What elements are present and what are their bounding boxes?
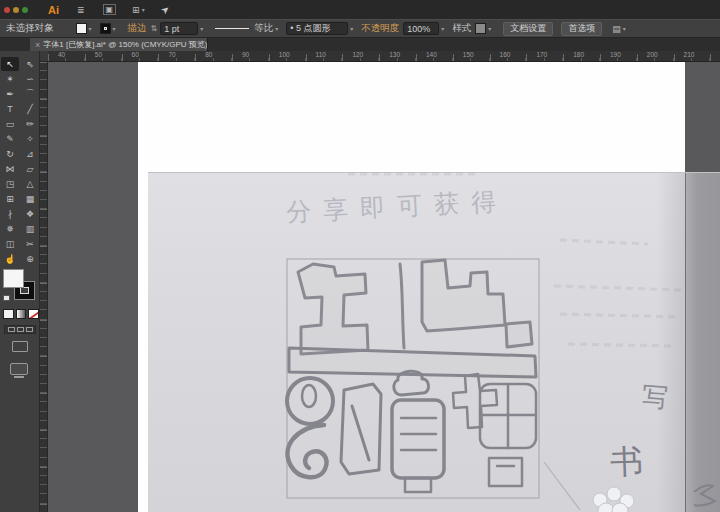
panel-menu-icon[interactable]: ▤ — [612, 24, 621, 34]
paintbrush-tool-icon: ✏ — [26, 119, 34, 129]
column-graph-tool[interactable]: ▥ — [21, 222, 39, 236]
shape-builder-tool-icon: ◳ — [6, 179, 15, 189]
eyedropper-tool[interactable]: ∤ — [1, 207, 19, 221]
line-segment-tool[interactable]: ╱ — [21, 102, 39, 116]
vertical-ruler[interactable] — [40, 62, 48, 512]
ruler-number: 100 — [279, 51, 290, 58]
chevron-down-icon[interactable]: ▾ — [350, 25, 353, 32]
minimize-window-button[interactable] — [13, 7, 19, 13]
eyedropper-tool-icon: ∤ — [8, 209, 13, 219]
fill-stroke-indicator[interactable] — [3, 269, 37, 303]
none-button[interactable] — [28, 309, 39, 319]
close-window-button[interactable] — [4, 7, 10, 13]
brush-definition-combo[interactable]: • 5 点圆形 — [286, 22, 348, 35]
ruler-number: 90 — [242, 51, 249, 58]
slice-tool[interactable]: ✂ — [21, 237, 39, 251]
width-profile-label[interactable]: 等比 — [254, 22, 273, 35]
blend-tool[interactable]: ❖ — [21, 207, 39, 221]
default-fill-stroke-button[interactable] — [3, 295, 10, 301]
stroke-color-swatch[interactable] — [100, 23, 111, 34]
tools-panel: ↖⇖✶∽✒⌒T╱▭✏✎✧↻⊿⋈▱◳△⊞▦∤❖✵▥◫✂☝⊕ — [0, 51, 40, 512]
gradient-tool[interactable]: ▦ — [21, 192, 39, 206]
selection-tool[interactable]: ↖ — [1, 57, 19, 71]
perspective-grid-tool[interactable]: △ — [21, 177, 39, 191]
document-setup-button[interactable]: 文档设置 — [503, 22, 553, 36]
rotate-tool-icon: ↻ — [6, 149, 14, 159]
chevron-down-icon[interactable]: ▾ — [275, 25, 278, 32]
horizontal-ruler[interactable]: 4050607080901001101201301401501601701801… — [48, 51, 720, 62]
opacity-panel-link[interactable]: 不透明度 — [361, 22, 399, 35]
chevron-down-icon[interactable]: ▾ — [623, 25, 626, 32]
preferences-button[interactable]: 首选项 — [561, 22, 602, 36]
direct-selection-tool[interactable]: ⇖ — [21, 57, 39, 71]
chevron-down-icon[interactable]: ▾ — [89, 25, 92, 32]
draw-inside-icon[interactable] — [26, 327, 33, 332]
shape-builder-tool[interactable]: ◳ — [1, 177, 19, 191]
magic-wand-tool[interactable]: ✶ — [1, 72, 19, 86]
draw-normal-icon[interactable] — [8, 327, 15, 332]
fullscreen-window-button[interactable] — [22, 7, 28, 13]
free-transform-tool[interactable]: ▱ — [21, 162, 39, 176]
chevron-down-icon[interactable]: ▾ — [142, 6, 145, 13]
symbol-sprayer-tool-icon: ✵ — [6, 224, 14, 234]
artboard-tool[interactable]: ◫ — [1, 237, 19, 251]
ruler-number: 160 — [500, 51, 511, 58]
screen-mode-button[interactable] — [12, 341, 28, 352]
perspective-grid-tool-icon: △ — [27, 179, 34, 189]
scale-tool[interactable]: ⊿ — [21, 147, 39, 161]
layout-lines-icon[interactable]: ≣ — [77, 5, 85, 15]
chevron-down-icon[interactable]: ▾ — [441, 25, 444, 32]
application-bar: Ai ≣ ▣ ⊞ ▾ ➤ — [0, 0, 720, 19]
paper-edge — [685, 173, 720, 512]
selection-tool-icon: ↖ — [6, 59, 14, 69]
hand-tool[interactable]: ☝ — [1, 252, 19, 266]
arrange-documents-icon[interactable]: ⊞ — [132, 5, 140, 15]
fill-color-swatch[interactable] — [76, 23, 87, 34]
gradient-button[interactable] — [16, 309, 27, 319]
mesh-tool-icon: ⊞ — [6, 194, 14, 204]
mesh-tool[interactable]: ⊞ — [1, 192, 19, 206]
lasso-tool[interactable]: ∽ — [21, 72, 39, 86]
variable-width-preview — [215, 28, 249, 29]
stroke-width-stepper[interactable]: ⇅ — [151, 24, 157, 33]
symbol-sprayer-tool[interactable]: ✵ — [1, 222, 19, 236]
close-tab-icon[interactable]: × — [35, 40, 40, 50]
chevron-down-icon[interactable]: ▾ — [200, 25, 203, 32]
opacity-combo[interactable]: 100% — [403, 22, 439, 35]
zoom-tool[interactable]: ⊕ — [21, 252, 39, 266]
pen-tool[interactable]: ✒ — [1, 87, 19, 101]
width-tool[interactable]: ⋈ — [1, 162, 19, 176]
ruler-number: 50 — [95, 51, 102, 58]
touch-workspace-icon[interactable] — [10, 363, 28, 375]
color-button[interactable] — [3, 309, 14, 319]
drawing-mode-buttons[interactable] — [4, 325, 36, 334]
stroke-width-combo[interactable]: 1 pt — [160, 22, 198, 35]
rectangle-tool[interactable]: ▭ — [1, 117, 19, 131]
ruler-number: 80 — [205, 51, 212, 58]
paintbrush-tool[interactable]: ✏ — [21, 117, 39, 131]
curvature-tool[interactable]: ⌒ — [21, 87, 39, 101]
hand-tool-icon: ☝ — [4, 254, 15, 264]
shaper-tool[interactable]: ✧ — [21, 132, 39, 146]
pencil-tool[interactable]: ✎ — [1, 132, 19, 146]
rotate-tool[interactable]: ↻ — [1, 147, 19, 161]
shaper-tool-icon: ✧ — [26, 134, 34, 144]
chevron-down-icon[interactable]: ▾ — [488, 25, 491, 32]
share-icon[interactable]: ➤ — [158, 3, 171, 17]
column-graph-tool-icon: ▥ — [26, 224, 35, 234]
canvas-area[interactable]: 分享即可获得 写 书 — [48, 62, 720, 512]
stroke-panel-link[interactable]: 描边 — [128, 22, 147, 35]
style-label: 样式 — [452, 22, 471, 35]
style-swatch[interactable] — [475, 23, 486, 34]
draw-behind-icon[interactable] — [17, 327, 24, 332]
workspace-icon[interactable]: ▣ — [103, 4, 117, 15]
chevron-down-icon[interactable]: ▾ — [113, 25, 116, 32]
brush-definition-value: • 5 点圆形 — [290, 22, 330, 35]
ruler-number: 130 — [389, 51, 400, 58]
stroke-width-value: 1 pt — [164, 24, 179, 34]
type-tool[interactable]: T — [1, 102, 19, 116]
fill-indicator[interactable] — [3, 269, 24, 288]
ruler-number: 190 — [610, 51, 621, 58]
document-tab[interactable]: × 字体1 [已恢复].ai* @ 150% (CMYK/GPU 预览) — [30, 38, 208, 51]
ruler-number: 210 — [684, 51, 695, 58]
